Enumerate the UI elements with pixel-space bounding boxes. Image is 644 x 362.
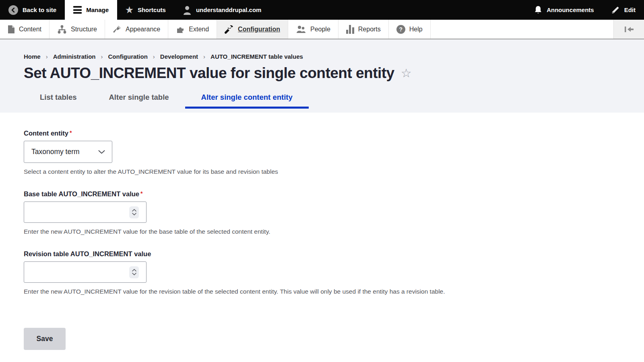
breadcrumb-current: AUTO_INCREMENT table values (211, 53, 303, 60)
toolbar-item-help[interactable]: ? Help (389, 20, 431, 39)
revision-table-input-wrap (24, 261, 147, 283)
toolbar-item-configuration[interactable]: Configuration (217, 20, 288, 39)
manage-label: Manage (86, 6, 109, 13)
favorite-star-icon[interactable]: ☆ (401, 67, 412, 79)
toolbar-label-extend: Extend (189, 26, 209, 33)
announcements-label: Announcements (547, 6, 594, 13)
shortcuts-star-icon: ★ (126, 6, 133, 14)
required-marker: * (70, 130, 72, 136)
edit-label: Edit (624, 6, 636, 13)
spinner-down-icon (132, 213, 136, 216)
spinner-up-icon (132, 209, 136, 212)
toolbar-label-people: People (310, 26, 330, 33)
back-to-site-button[interactable]: Back to site (0, 0, 65, 20)
toolbar-item-appearance[interactable]: Appearance (105, 20, 168, 39)
user-label: understanddrupal.com (196, 6, 262, 13)
file-icon (8, 25, 15, 34)
revision-table-label-text: Revision table AUTO_INCREMENT value (24, 250, 151, 257)
content-entity-field-group: Content entity* Taxonomy term Select a c… (24, 130, 644, 175)
base-table-field-group: Base table AUTO_INCREMENT value* Enter t… (24, 190, 644, 235)
manage-tab[interactable]: Manage (65, 0, 117, 20)
revision-table-label: Revision table AUTO_INCREMENT value (24, 250, 644, 258)
shortcuts-button[interactable]: ★ Shortcuts (117, 0, 174, 20)
toolbar-item-people[interactable]: People (288, 20, 339, 39)
number-spinner[interactable] (129, 266, 139, 278)
toolbar-label-configuration: Configuration (238, 26, 280, 33)
back-to-site-label: Back to site (23, 6, 56, 13)
admin-bar-spacer (270, 0, 526, 20)
edit-button[interactable]: Edit (603, 0, 644, 20)
content-entity-select[interactable]: Taxonomy term (24, 141, 112, 163)
puzzle-icon (176, 25, 185, 34)
base-table-description: Enter the new AUTO_INCREMENT value for t… (24, 228, 644, 235)
revision-table-input[interactable] (24, 261, 147, 283)
help-icon: ? (396, 25, 405, 34)
wrench-icon (225, 25, 234, 34)
revision-table-description: Enter the new AUTO_INCREMENT value for t… (24, 288, 644, 295)
breadcrumb-separator: › (203, 53, 205, 60)
content-entity-label: Content entity* (24, 130, 644, 137)
content-entity-selected-value: Taxonomy term (31, 148, 80, 156)
main-form: Content entity* Taxonomy term Select a c… (0, 113, 644, 350)
toolbar-item-content[interactable]: Content (0, 20, 50, 39)
shortcuts-label: Shortcuts (138, 6, 166, 13)
toolbar-spacer (431, 20, 613, 39)
toolbar-item-reports[interactable]: Reports (339, 20, 389, 39)
announcements-button[interactable]: Announcements (526, 0, 603, 20)
breadcrumb-separator: › (46, 53, 48, 60)
page-title: Set AUTO_INCREMENT value for single cont… (24, 65, 394, 82)
toolbar-label-appearance: Appearance (126, 26, 160, 33)
toolbar-collapse-button[interactable] (613, 20, 644, 39)
chevron-down-icon (98, 150, 105, 154)
base-table-label-text: Base table AUTO_INCREMENT value (24, 190, 139, 197)
toolbar-label-structure: Structure (71, 26, 97, 33)
breadcrumb-separator: › (153, 53, 155, 60)
toolbar-item-structure[interactable]: Structure (50, 20, 105, 39)
user-icon (183, 5, 192, 15)
breadcrumb-configuration[interactable]: Configuration (108, 53, 148, 60)
base-table-label: Base table AUTO_INCREMENT value* (24, 190, 644, 198)
breadcrumb-separator: › (101, 53, 103, 60)
toolbar-label-reports: Reports (358, 26, 381, 33)
base-table-input-wrap (24, 202, 147, 223)
toolbar-label-content: Content (19, 26, 41, 33)
toolbar-item-extend[interactable]: Extend (168, 20, 217, 39)
breadcrumb-administration[interactable]: Administration (53, 53, 96, 60)
page-header: Home › Administration › Configuration › … (0, 39, 644, 113)
tab-alter-single-content-entity[interactable]: Alter single content entity (185, 90, 309, 109)
user-account-button[interactable]: understanddrupal.com (174, 0, 270, 20)
tab-alter-single-table[interactable]: Alter single table (93, 90, 185, 109)
sitemap-icon (57, 25, 67, 34)
hamburger-icon (73, 6, 82, 14)
spinner-down-icon (132, 273, 136, 276)
content-entity-label-text: Content entity (24, 130, 68, 137)
paintbrush-icon (113, 25, 122, 34)
admin-toolbar: Content Structure Appearance Extend Conf… (0, 20, 644, 39)
number-spinner[interactable] (129, 206, 139, 218)
people-icon (296, 25, 306, 34)
pencil-icon (611, 6, 620, 14)
bell-icon (534, 6, 542, 14)
breadcrumb-home[interactable]: Home (24, 53, 41, 60)
revision-table-field-group: Revision table AUTO_INCREMENT value Ente… (24, 250, 644, 295)
required-marker: * (140, 190, 142, 197)
collapse-left-icon (624, 26, 634, 33)
breadcrumb: Home › Administration › Configuration › … (24, 53, 644, 60)
save-button[interactable]: Save (24, 328, 66, 350)
title-row: Set AUTO_INCREMENT value for single cont… (24, 65, 644, 82)
base-table-input[interactable] (24, 202, 147, 223)
spinner-up-icon (132, 269, 136, 272)
admin-bar: Back to site Manage ★ Shortcuts understa… (0, 0, 644, 20)
toolbar-label-help: Help (409, 26, 423, 33)
secondary-tabs: List tables Alter single table Alter sin… (24, 90, 644, 109)
tab-list-tables[interactable]: List tables (24, 90, 93, 109)
breadcrumb-development[interactable]: Development (160, 53, 198, 60)
back-icon (8, 5, 18, 15)
bar-chart-icon (346, 25, 354, 34)
content-entity-description: Select a content entity to alter the AUT… (24, 168, 644, 175)
